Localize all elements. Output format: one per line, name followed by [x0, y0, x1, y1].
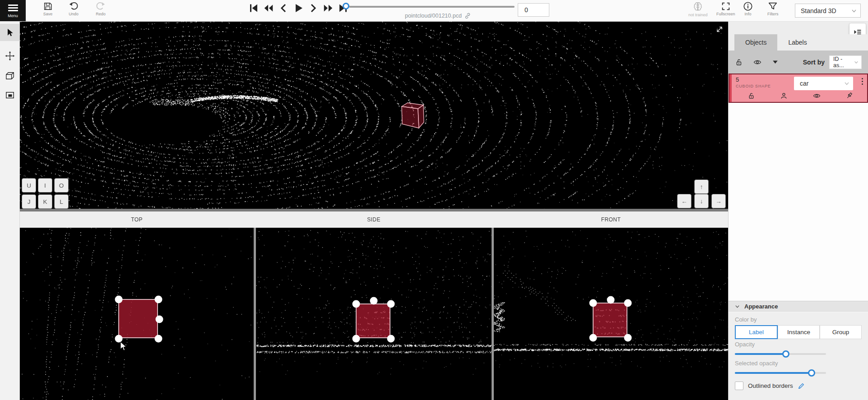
timeline-slider-handle[interactable]: [343, 3, 349, 9]
redo-button[interactable]: Redo: [96, 1, 106, 16]
cuboid-resize-handle-br[interactable]: [387, 335, 395, 343]
object-visibility-button[interactable]: [812, 92, 821, 100]
hotkey-l[interactable]: L: [54, 194, 69, 209]
playback-controls: [248, 2, 348, 14]
color-by-instance-option[interactable]: Instance: [778, 325, 820, 339]
ortho-label-row: TOP SIDE FRONT: [19, 211, 728, 228]
cuboid-resize-handle-tc[interactable]: [370, 297, 377, 305]
cuboid-resize-handle-tl[interactable]: [589, 299, 597, 307]
side-view-cuboid[interactable]: [356, 303, 390, 338]
select-tool-button[interactable]: [0, 24, 19, 41]
nav-down-button[interactable]: ↓: [694, 194, 709, 208]
model-status[interactable]: not trained: [688, 1, 708, 17]
filters-button[interactable]: Filters: [767, 1, 779, 16]
cuboid-tool-button[interactable]: [0, 67, 19, 84]
top-view-label: TOP: [20, 211, 254, 228]
view-mode-value: Standard 3D: [801, 7, 836, 14]
hotkey-u[interactable]: U: [22, 178, 36, 193]
side-ortho-view[interactable]: [256, 228, 492, 400]
main-3d-view[interactable]: U I O J K L ↑ ← ↓ →: [19, 21, 728, 209]
top-ortho-view[interactable]: [20, 228, 254, 400]
panel-tabs: Objects Labels: [729, 34, 868, 51]
nav-up-button[interactable]: ↑: [694, 179, 709, 194]
filters-label: Filters: [767, 12, 779, 16]
selected-opacity-slider-handle[interactable]: [808, 369, 815, 377]
selected-opacity-label: Selected opacity: [735, 360, 862, 367]
cuboid-resize-handle-tr[interactable]: [624, 299, 632, 307]
expand-all-dropdown[interactable]: [772, 59, 779, 65]
hotkey-k[interactable]: K: [38, 194, 52, 209]
object-menu-button[interactable]: [859, 78, 865, 85]
cuboid-resize-handle-tl[interactable]: [353, 300, 360, 308]
cuboid-resize-handle-tc[interactable]: [607, 296, 614, 304]
top-view-cuboid[interactable]: [118, 299, 158, 338]
filename-link[interactable]: pointcloud/001210.pcd: [379, 13, 497, 19]
cuboid-resize-handle-bl[interactable]: [353, 335, 360, 343]
tab-labels[interactable]: Labels: [777, 34, 817, 51]
undo-button[interactable]: Undo: [69, 1, 79, 16]
lock-all-button[interactable]: [735, 58, 743, 66]
visibility-all-button[interactable]: [753, 58, 762, 66]
color-by-group-option[interactable]: Group: [820, 325, 862, 339]
main-3d-canvas[interactable]: [19, 21, 728, 209]
hotkey-i[interactable]: I: [38, 178, 52, 193]
front-view-cuboid[interactable]: [593, 303, 627, 337]
cuboid-resize-handle-tl[interactable]: [115, 296, 123, 303]
cuboid-resize-handle-br[interactable]: [155, 335, 162, 343]
move-tool-button[interactable]: [0, 47, 19, 64]
object-card[interactable]: 5 CUBOID SHAPE car: [729, 74, 868, 103]
info-icon: [743, 1, 753, 11]
menu-button[interactable]: Menu: [0, 0, 26, 21]
first-frame-button[interactable]: [248, 2, 259, 14]
save-button[interactable]: Save: [43, 1, 53, 16]
object-pin-button[interactable]: [846, 92, 854, 100]
opacity-slider[interactable]: [735, 350, 826, 358]
object-category-value: car: [800, 80, 808, 87]
pin-icon: [846, 92, 854, 100]
timeline-slider-track[interactable]: [349, 6, 515, 8]
play-button[interactable]: [293, 2, 304, 14]
eye-icon: [812, 92, 821, 100]
cuboid-resize-handle-bl[interactable]: [115, 335, 123, 343]
cuboid-resize-handle-tr[interactable]: [155, 296, 162, 303]
nav-left-button[interactable]: ←: [677, 194, 692, 208]
fullscreen-button[interactable]: Fullscreen: [716, 1, 735, 16]
object-assignee-button[interactable]: [780, 92, 788, 100]
filters-icon: [767, 1, 778, 11]
left-toolbar: [0, 21, 20, 400]
fast-forward-button[interactable]: [323, 2, 334, 14]
brain-icon: [692, 1, 704, 12]
view-mode-select[interactable]: Standard 3D: [795, 4, 861, 18]
front-view-label: FRONT: [494, 211, 728, 228]
nav-right-button[interactable]: →: [711, 194, 726, 208]
cuboid-resize-handle-mr[interactable]: [156, 315, 163, 323]
image-view-tool-button[interactable]: [0, 87, 19, 104]
rewind-button[interactable]: [263, 2, 274, 14]
eye-icon: [753, 58, 762, 66]
color-by-label-option[interactable]: Label: [735, 325, 778, 339]
tab-objects[interactable]: Objects: [734, 34, 777, 51]
frame-number-input[interactable]: [518, 3, 549, 17]
previous-frame-button[interactable]: [278, 2, 289, 14]
selected-opacity-slider[interactable]: [735, 369, 826, 377]
object-category-select[interactable]: car: [794, 77, 853, 90]
edit-pencil-icon[interactable]: [798, 382, 805, 390]
outlined-borders-checkbox[interactable]: [735, 382, 743, 390]
cuboid-resize-handle-bl[interactable]: [589, 334, 597, 342]
sort-by-value: ID - as...: [833, 56, 854, 69]
hotkey-j[interactable]: J: [22, 194, 36, 209]
right-panel: Objects Labels Sort by ID - as...: [728, 21, 868, 400]
info-button[interactable]: Info: [743, 1, 753, 16]
opacity-slider-handle[interactable]: [782, 350, 789, 358]
front-ortho-view[interactable]: [494, 228, 728, 400]
appearance-section-header[interactable]: Appearance: [729, 301, 868, 312]
expand-view-icon[interactable]: [715, 25, 724, 36]
sort-by-select[interactable]: ID - as...: [829, 55, 862, 69]
fullscreen-label: Fullscreen: [716, 12, 735, 16]
cuboid-resize-handle-br[interactable]: [624, 334, 632, 342]
lock-icon: [735, 58, 743, 66]
object-lock-button[interactable]: [747, 92, 755, 100]
next-frame-button[interactable]: [308, 2, 319, 14]
hotkey-o[interactable]: O: [54, 178, 69, 193]
cuboid-resize-handle-tr[interactable]: [387, 300, 395, 308]
